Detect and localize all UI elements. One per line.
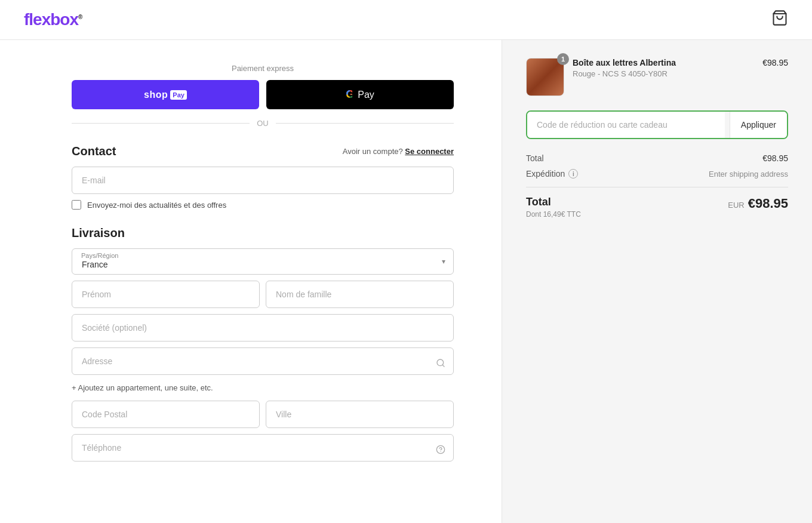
city-input[interactable]: [266, 401, 454, 428]
company-input[interactable]: [72, 314, 454, 342]
livraison-title: Livraison: [72, 226, 454, 240]
grand-total-left: Total Dont 16,49€ TTC: [526, 196, 581, 219]
shoppay-text: shop: [144, 90, 168, 100]
ou-text: OU: [257, 119, 269, 128]
address-input[interactable]: [72, 347, 454, 375]
grand-total-sub: Dont 16,49€ TTC: [526, 210, 581, 219]
gpay-pay-text: Pay: [358, 90, 374, 100]
cart-button[interactable]: [771, 10, 788, 30]
product-name: Boîte aux lettres Albertina: [573, 58, 754, 67]
contact-section-header: Contact Avoir un compte? Se connecter: [72, 144, 454, 158]
add-apartment-link[interactable]: + Ajoutez un appartement, une suite, etc…: [72, 381, 454, 395]
firstname-input[interactable]: [72, 281, 260, 308]
express-buttons: shop Pay G Pay: [72, 80, 454, 109]
email-input[interactable]: [72, 167, 454, 194]
product-image: [526, 58, 564, 96]
shoppay-button[interactable]: shop Pay: [72, 80, 259, 109]
expedition-info-icon: i: [568, 169, 578, 179]
newsletter-row: Envoyez-moi des actualités et des offres: [72, 200, 454, 210]
newsletter-label: Envoyez-moi des actualités et des offres: [87, 201, 226, 210]
shoppay-pay-badge: Pay: [170, 90, 187, 100]
country-select-wrapper: Pays/Région France Allemagne Belgique Es…: [72, 248, 454, 275]
grand-total-row: Total Dont 16,49€ TTC EUR €98.95: [526, 196, 788, 219]
lastname-input[interactable]: [266, 281, 454, 308]
name-row: [72, 281, 454, 314]
left-panel: Paiement express shop Pay G Pay OU Conta…: [0, 40, 502, 523]
postal-city-row: [72, 401, 454, 434]
right-panel: 1 Boîte aux lettres Albertina Rouge - NC…: [502, 40, 812, 523]
product-info: Boîte aux lettres Albertina Rouge - NCS …: [573, 58, 754, 78]
country-select[interactable]: France Allemagne Belgique Espagne Italie: [72, 248, 454, 275]
coupon-input[interactable]: [527, 112, 725, 138]
login-link[interactable]: Se connecter: [405, 147, 454, 156]
expedition-value: Enter shipping address: [709, 170, 788, 179]
subtotal-row: Total €98.95: [526, 153, 788, 163]
grand-total-label: Total: [526, 196, 581, 208]
logo-sup: ®: [78, 14, 82, 20]
grand-total-value: €98.95: [748, 196, 788, 211]
product-row: 1 Boîte aux lettres Albertina Rouge - NC…: [526, 58, 788, 96]
phone-input[interactable]: [72, 434, 454, 462]
gpay-g-icon: G: [346, 88, 354, 101]
logo-highlight: box: [50, 10, 78, 29]
expedition-label: Expédition i: [526, 169, 578, 179]
logo: flexbox®: [24, 10, 82, 29]
phone-wrapper: [72, 434, 454, 467]
contact-section: Contact Avoir un compte? Se connecter En…: [72, 144, 454, 210]
ou-divider: OU: [72, 119, 454, 128]
total-value: €98.95: [762, 153, 788, 163]
coupon-row: Appliquer: [526, 110, 788, 139]
express-payment-section: Paiement express shop Pay G Pay OU: [72, 64, 454, 128]
postal-input[interactable]: [72, 401, 260, 428]
newsletter-checkbox[interactable]: [72, 200, 81, 210]
logo-text-flex: flex: [24, 10, 50, 29]
product-quantity-badge: 1: [557, 53, 569, 65]
main-layout: Paiement express shop Pay G Pay OU Conta…: [0, 40, 812, 523]
express-payment-label: Paiement express: [72, 64, 454, 73]
apply-coupon-button[interactable]: Appliquer: [730, 112, 787, 138]
cart-icon: [771, 10, 788, 26]
contact-title: Contact: [72, 144, 116, 158]
add-apartment-text: + Ajoutez un appartement, une suite, etc…: [72, 383, 213, 392]
grand-total-currency: EUR: [728, 201, 744, 210]
product-variant: Rouge - NCS S 4050-Y80R: [573, 69, 754, 78]
grand-total-right: EUR €98.95: [728, 196, 788, 211]
expedition-row: Expédition i Enter shipping address: [526, 169, 788, 179]
livraison-section: Livraison Pays/Région France Allemagne B…: [72, 226, 454, 467]
expedition-text: Expédition: [526, 169, 565, 179]
header: flexbox®: [0, 0, 812, 40]
gpay-button[interactable]: G Pay: [266, 80, 454, 109]
login-prompt: Avoir un compte? Se connecter: [343, 147, 454, 156]
product-image-wrap: 1: [526, 58, 564, 96]
total-divider: [526, 187, 788, 187]
have-account-text: Avoir un compte?: [343, 147, 403, 156]
total-label: Total: [526, 153, 544, 163]
address-wrapper: [72, 347, 454, 381]
product-price: €98.95: [762, 58, 788, 67]
